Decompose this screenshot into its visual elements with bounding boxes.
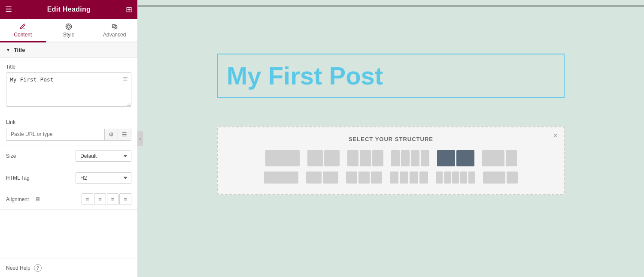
section-title-bar: ▼ Title <box>0 42 137 58</box>
title-textarea[interactable]: My First Post <box>6 72 131 107</box>
tab-advanced-label: Advanced <box>103 32 126 38</box>
heading-text: My First Post <box>227 62 555 90</box>
size-row: Size Default Small Medium Large XL XXL <box>0 145 137 167</box>
align-left-button[interactable]: ≡ <box>82 193 94 205</box>
structure-3col[interactable] <box>347 150 383 166</box>
link-input[interactable] <box>6 128 104 140</box>
structure-popup-title: SELECT YOUR STRUCTURE <box>227 136 555 142</box>
size-select-wrapper: Default Small Medium Large XL XXL <box>76 151 131 162</box>
link-input-row: ⚙ ☰ <box>6 128 131 141</box>
panel-tabs: Content Style Advanced <box>0 19 137 42</box>
title-textarea-wrapper: My First Post ☰ <box>6 72 131 108</box>
tab-content-label: Content <box>14 32 32 38</box>
alignment-label: Alignment <box>6 196 29 202</box>
structure-1col-thin[interactable] <box>264 172 298 184</box>
html-tag-select-wrapper: H1 H2 H3 H4 H5 H6 div span p <box>76 172 131 184</box>
structure-wide-narrow[interactable] <box>482 150 517 166</box>
collapse-handle[interactable]: ‹ <box>137 131 143 146</box>
structure-4col-thin[interactable] <box>390 172 428 184</box>
link-field-group: Link ⚙ ☰ <box>0 113 137 145</box>
panel-footer: Need Help ? <box>0 259 137 277</box>
alignment-buttons: ≡ ≡ ≡ ≡ <box>82 193 131 205</box>
tab-style[interactable]: Style <box>46 19 92 42</box>
title-field-group: Title My First Post ☰ <box>0 58 137 113</box>
chevron-down-icon[interactable]: ▼ <box>6 48 10 52</box>
structure-5col-thin[interactable] <box>436 172 475 184</box>
structure-row-2 <box>227 172 555 184</box>
size-select[interactable]: Default Small Medium Large XL XXL <box>76 151 131 162</box>
align-justify-button[interactable]: ≡ <box>119 193 131 205</box>
structure-2col[interactable] <box>307 150 340 166</box>
panel-body: ▼ Title Title My First Post ☰ Link ⚙ ☰ S… <box>0 42 137 277</box>
structure-wide-narrow-thin[interactable] <box>483 172 518 184</box>
align-right-button[interactable]: ≡ <box>107 193 119 205</box>
structure-popup: × SELECT YOUR STRUCTURE <box>217 126 565 195</box>
structure-2col-thin[interactable] <box>306 172 338 184</box>
structure-4col[interactable] <box>391 150 429 166</box>
tab-style-label: Style <box>63 32 75 38</box>
structure-popup-close[interactable]: × <box>553 132 558 139</box>
section-title: Title <box>14 47 25 53</box>
monitor-icon[interactable]: 🖥 <box>35 196 40 202</box>
structure-row-1 <box>227 150 555 166</box>
grid-icon[interactable]: ⊞ <box>126 5 132 14</box>
dynamic-tags-icon[interactable]: ☰ <box>123 76 128 82</box>
help-text: Need Help <box>6 265 30 271</box>
left-panel: ☰ Edit Heading ⊞ Content Style Advanced <box>0 0 138 277</box>
svg-point-6 <box>114 26 115 27</box>
html-tag-row: HTML Tag H1 H2 H3 H4 H5 H6 div span p <box>0 167 137 189</box>
link-settings-icon[interactable]: ⚙ <box>104 129 118 140</box>
size-label: Size <box>6 153 16 159</box>
heading-box[interactable]: My First Post <box>217 54 565 98</box>
html-tag-label: HTML Tag <box>6 175 30 181</box>
title-label: Title <box>6 64 131 70</box>
structure-3col-thin[interactable] <box>346 172 382 184</box>
top-border <box>138 6 644 6</box>
hamburger-icon[interactable]: ☰ <box>5 5 12 14</box>
tab-content[interactable]: Content <box>0 19 46 42</box>
html-tag-select[interactable]: H1 H2 H3 H4 H5 H6 div span p <box>76 172 131 184</box>
structure-1col[interactable] <box>265 150 300 166</box>
structure-2col-dark[interactable] <box>437 150 474 166</box>
panel-header: ☰ Edit Heading ⊞ <box>0 0 137 19</box>
right-canvas: My First Post × SELECT YOUR STRUCTURE <box>138 0 644 277</box>
structure-grid <box>227 150 555 184</box>
panel-title: Edit Heading <box>47 6 91 13</box>
link-label: Link <box>6 119 131 125</box>
align-center-button[interactable]: ≡ <box>94 193 106 205</box>
tab-advanced[interactable]: Advanced <box>91 19 137 42</box>
svg-point-0 <box>67 25 70 28</box>
link-dynamic-icon[interactable]: ☰ <box>118 129 131 140</box>
help-icon[interactable]: ? <box>34 264 42 272</box>
alignment-row: Alignment 🖥 ≡ ≡ ≡ ≡ <box>0 189 137 210</box>
